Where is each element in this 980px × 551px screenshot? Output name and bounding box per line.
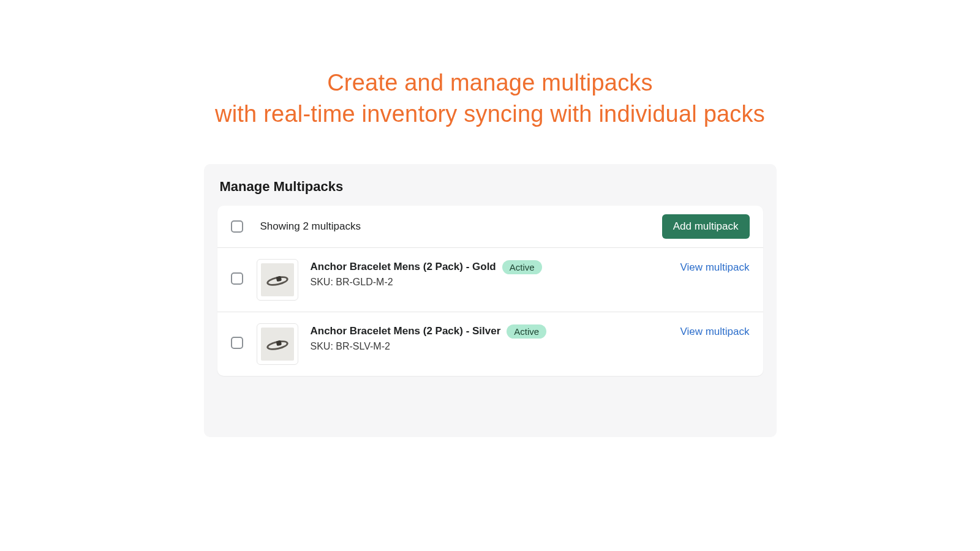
hero-line-2: with real-time inventory syncing with in… [0,99,980,130]
multipacks-panel: Manage Multipacks Showing 2 multipacks A… [204,164,777,437]
panel-title: Manage Multipacks [220,179,763,195]
product-title: Anchor Bracelet Mens (2 Pack) - Silver [311,325,501,337]
product-thumbnail [257,259,298,301]
product-thumbnail [257,323,298,365]
row-content: Anchor Bracelet Mens (2 Pack) - Silver A… [311,323,680,352]
view-multipack-link[interactable]: View multipack [680,259,749,274]
hero-line-1: Create and manage multipacks [0,67,980,99]
view-multipack-link[interactable]: View multipack [680,323,749,338]
title-line: Anchor Bracelet Mens (2 Pack) - Gold Act… [311,260,680,274]
table-row: Anchor Bracelet Mens (2 Pack) - Silver A… [217,312,763,376]
showing-count-text: Showing 2 multipacks [260,220,662,233]
row-content: Anchor Bracelet Mens (2 Pack) - Gold Act… [311,259,680,288]
product-title: Anchor Bracelet Mens (2 Pack) - Gold [311,261,496,273]
product-sku: SKU: BR-GLD-M-2 [311,277,680,288]
card-header-row: Showing 2 multipacks Add multipack [217,206,763,248]
row-checkbox[interactable] [231,337,243,349]
add-multipack-button[interactable]: Add multipack [662,214,750,239]
hero-heading: Create and manage multipacks with real-t… [0,67,980,130]
title-line: Anchor Bracelet Mens (2 Pack) - Silver A… [311,324,680,339]
status-badge: Active [502,260,542,274]
select-all-checkbox[interactable] [231,220,243,233]
row-checkbox[interactable] [231,272,243,285]
table-row: Anchor Bracelet Mens (2 Pack) - Gold Act… [217,248,763,312]
status-badge: Active [507,324,546,339]
product-sku: SKU: BR-SLV-M-2 [311,341,680,352]
multipacks-card: Showing 2 multipacks Add multipack Ancho… [217,206,763,376]
